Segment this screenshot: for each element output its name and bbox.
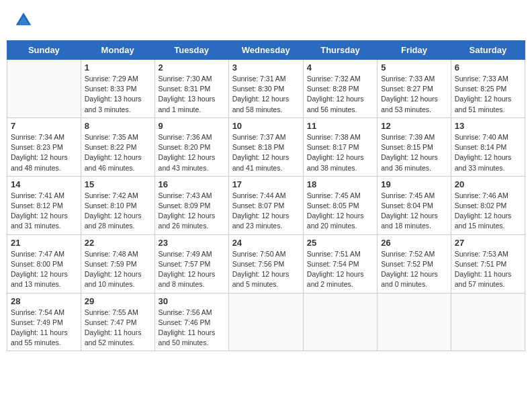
calendar-cell: 20Sunrise: 7:46 AM Sunset: 8:02 PM Dayli… [451,176,525,234]
calendar-cell: 9Sunrise: 7:36 AM Sunset: 8:20 PM Daylig… [154,118,228,176]
calendar-cell: 4Sunrise: 7:32 AM Sunset: 8:28 PM Daylig… [303,60,377,118]
day-number: 23 [159,238,225,248]
calendar-cell: 2Sunrise: 7:30 AM Sunset: 8:31 PM Daylig… [154,60,228,118]
day-number: 13 [455,121,521,131]
weekday-header-friday: Friday [378,41,451,60]
day-number: 9 [159,121,225,131]
logo [13,10,36,30]
day-info: Sunrise: 7:48 AM Sunset: 7:59 PM Dayligh… [85,249,151,290]
calendar-week-row: 21Sunrise: 7:47 AM Sunset: 8:00 PM Dayli… [7,234,525,293]
day-number: 14 [11,179,77,189]
weekday-header-row: SundayMondayTuesdayWednesdayThursdayFrid… [7,41,525,60]
day-info: Sunrise: 7:46 AM Sunset: 8:02 PM Dayligh… [455,191,521,232]
calendar-cell [303,293,377,351]
calendar-cell: 1Sunrise: 7:29 AM Sunset: 8:33 PM Daylig… [81,60,154,118]
day-info: Sunrise: 7:40 AM Sunset: 8:14 PM Dayligh… [455,132,521,173]
logo-icon [13,10,34,30]
calendar-cell: 28Sunrise: 7:54 AM Sunset: 7:49 PM Dayli… [7,293,81,351]
calendar-cell [228,293,303,351]
day-info: Sunrise: 7:54 AM Sunset: 7:49 PM Dayligh… [11,308,77,349]
day-info: Sunrise: 7:41 AM Sunset: 8:12 PM Dayligh… [11,191,77,232]
calendar-cell [7,60,81,118]
day-info: Sunrise: 7:31 AM Sunset: 8:30 PM Dayligh… [232,74,300,115]
day-info: Sunrise: 7:44 AM Sunset: 8:07 PM Dayligh… [232,191,300,232]
weekday-header-monday: Monday [81,41,154,60]
day-info: Sunrise: 7:43 AM Sunset: 8:09 PM Dayligh… [159,191,225,232]
calendar-cell [451,293,525,351]
day-info: Sunrise: 7:36 AM Sunset: 8:20 PM Dayligh… [159,132,225,173]
day-info: Sunrise: 7:30 AM Sunset: 8:31 PM Dayligh… [159,74,225,115]
calendar-week-row: 1Sunrise: 7:29 AM Sunset: 8:33 PM Daylig… [7,60,525,118]
day-number: 18 [307,179,373,189]
day-number: 15 [85,179,151,189]
weekday-header-wednesday: Wednesday [228,41,303,60]
day-info: Sunrise: 7:49 AM Sunset: 7:57 PM Dayligh… [159,249,225,290]
calendar-cell: 16Sunrise: 7:43 AM Sunset: 8:09 PM Dayli… [154,176,228,234]
day-number: 21 [11,238,77,248]
calendar-cell: 26Sunrise: 7:52 AM Sunset: 7:52 PM Dayli… [378,234,451,293]
day-info: Sunrise: 7:37 AM Sunset: 8:18 PM Dayligh… [232,132,300,173]
day-info: Sunrise: 7:56 AM Sunset: 7:46 PM Dayligh… [159,308,225,349]
calendar-cell: 10Sunrise: 7:37 AM Sunset: 8:18 PM Dayli… [228,118,303,176]
day-number: 6 [455,62,521,73]
day-number: 4 [307,62,373,73]
calendar-week-row: 28Sunrise: 7:54 AM Sunset: 7:49 PM Dayli… [7,293,525,351]
calendar-week-row: 7Sunrise: 7:34 AM Sunset: 8:23 PM Daylig… [7,118,525,176]
calendar-cell: 18Sunrise: 7:45 AM Sunset: 8:05 PM Dayli… [303,176,377,234]
day-number: 20 [455,179,521,189]
weekday-header-sunday: Sunday [7,41,81,60]
weekday-header-thursday: Thursday [303,41,377,60]
calendar-cell: 3Sunrise: 7:31 AM Sunset: 8:30 PM Daylig… [228,60,303,118]
calendar-cell: 23Sunrise: 7:49 AM Sunset: 7:57 PM Dayli… [154,234,228,293]
day-number: 2 [159,62,225,73]
weekday-header-saturday: Saturday [451,41,525,60]
day-number: 8 [85,121,151,131]
calendar-cell: 22Sunrise: 7:48 AM Sunset: 7:59 PM Dayli… [81,234,154,293]
calendar-cell: 5Sunrise: 7:33 AM Sunset: 8:27 PM Daylig… [378,60,451,118]
day-info: Sunrise: 7:53 AM Sunset: 7:51 PM Dayligh… [455,249,521,290]
day-info: Sunrise: 7:29 AM Sunset: 8:33 PM Dayligh… [85,74,151,115]
day-number: 3 [232,62,300,73]
calendar-table: SundayMondayTuesdayWednesdayThursdayFrid… [7,40,525,351]
day-info: Sunrise: 7:45 AM Sunset: 8:05 PM Dayligh… [307,191,373,232]
calendar-cell: 13Sunrise: 7:40 AM Sunset: 8:14 PM Dayli… [451,118,525,176]
day-number: 19 [381,179,447,189]
day-info: Sunrise: 7:32 AM Sunset: 8:28 PM Dayligh… [307,74,373,115]
day-info: Sunrise: 7:38 AM Sunset: 8:17 PM Dayligh… [307,132,373,173]
day-number: 12 [381,121,447,131]
page-header [7,7,525,34]
calendar-cell: 17Sunrise: 7:44 AM Sunset: 8:07 PM Dayli… [228,176,303,234]
day-info: Sunrise: 7:47 AM Sunset: 8:00 PM Dayligh… [11,249,77,290]
day-number: 28 [11,296,77,306]
day-info: Sunrise: 7:52 AM Sunset: 7:52 PM Dayligh… [381,249,447,290]
calendar-cell: 6Sunrise: 7:33 AM Sunset: 8:25 PM Daylig… [451,60,525,118]
day-number: 26 [381,238,447,248]
day-number: 5 [381,62,447,73]
day-info: Sunrise: 7:34 AM Sunset: 8:23 PM Dayligh… [11,132,77,173]
calendar-cell: 14Sunrise: 7:41 AM Sunset: 8:12 PM Dayli… [7,176,81,234]
calendar-cell: 15Sunrise: 7:42 AM Sunset: 8:10 PM Dayli… [81,176,154,234]
calendar-cell: 25Sunrise: 7:51 AM Sunset: 7:54 PM Dayli… [303,234,377,293]
calendar-cell: 11Sunrise: 7:38 AM Sunset: 8:17 PM Dayli… [303,118,377,176]
day-info: Sunrise: 7:39 AM Sunset: 8:15 PM Dayligh… [381,132,447,173]
calendar-cell: 7Sunrise: 7:34 AM Sunset: 8:23 PM Daylig… [7,118,81,176]
day-info: Sunrise: 7:45 AM Sunset: 8:04 PM Dayligh… [381,191,447,232]
day-info: Sunrise: 7:33 AM Sunset: 8:25 PM Dayligh… [455,74,521,115]
calendar-cell: 19Sunrise: 7:45 AM Sunset: 8:04 PM Dayli… [378,176,451,234]
day-info: Sunrise: 7:51 AM Sunset: 7:54 PM Dayligh… [307,249,373,290]
day-number: 7 [11,121,77,131]
day-info: Sunrise: 7:50 AM Sunset: 7:56 PM Dayligh… [232,249,300,290]
calendar-cell: 21Sunrise: 7:47 AM Sunset: 8:00 PM Dayli… [7,234,81,293]
day-number: 25 [307,238,373,248]
day-number: 1 [85,62,151,73]
day-number: 16 [159,179,225,189]
day-number: 24 [232,238,300,248]
calendar-cell: 27Sunrise: 7:53 AM Sunset: 7:51 PM Dayli… [451,234,525,293]
day-info: Sunrise: 7:33 AM Sunset: 8:27 PM Dayligh… [381,74,447,115]
calendar-cell: 30Sunrise: 7:56 AM Sunset: 7:46 PM Dayli… [154,293,228,351]
weekday-header-tuesday: Tuesday [154,41,228,60]
day-number: 30 [159,296,225,306]
day-number: 27 [455,238,521,248]
calendar-cell: 12Sunrise: 7:39 AM Sunset: 8:15 PM Dayli… [378,118,451,176]
day-info: Sunrise: 7:55 AM Sunset: 7:47 PM Dayligh… [85,308,151,349]
